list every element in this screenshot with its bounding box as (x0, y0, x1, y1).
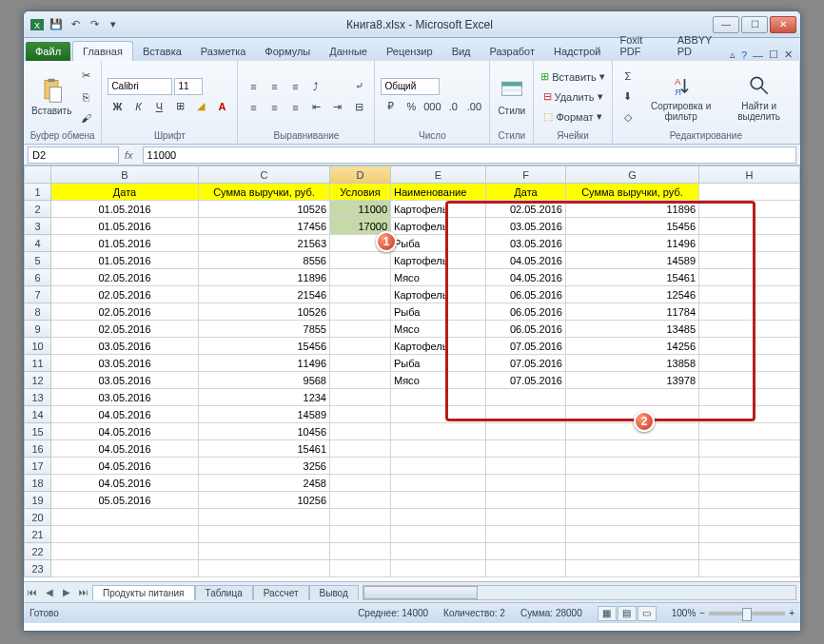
cell-F8[interactable]: 06.05.2016 (486, 303, 566, 321)
cell-C11[interactable]: 11496 (199, 355, 330, 372)
zoom-in-icon[interactable]: + (789, 608, 795, 618)
cell-E13[interactable] (391, 389, 486, 406)
cell-F9[interactable]: 06.05.2016 (486, 321, 566, 338)
tab-review[interactable]: Рецензир (377, 42, 442, 61)
cell-C16[interactable]: 15461 (199, 440, 330, 458)
cell-E12[interactable]: Мясо (391, 372, 486, 389)
cell-C1[interactable]: Сумма выручки, руб. (199, 184, 330, 201)
cell-E1[interactable]: Наименование (391, 184, 486, 201)
cell-F7[interactable]: 06.05.2016 (486, 286, 566, 303)
cell-E10[interactable]: Картофель (391, 338, 486, 355)
copy-icon[interactable]: ⎘ (76, 88, 95, 107)
cell-F18[interactable] (486, 475, 566, 492)
delete-cells-button[interactable]: ⊟Удалить▾ (540, 88, 606, 107)
sheet-area[interactable]: B C D E F G H 1 Дата Сумма выручки, руб.… (24, 166, 800, 581)
cell-C13[interactable]: 1234 (199, 389, 330, 406)
cell-G4[interactable]: 11496 (566, 235, 699, 252)
window-min-icon[interactable]: — (753, 49, 763, 61)
cell-D5[interactable] (330, 252, 391, 269)
cell-D15[interactable] (330, 423, 391, 440)
tab-nav-next-icon[interactable]: ▶ (58, 584, 75, 601)
cell-C17[interactable]: 3256 (199, 458, 330, 475)
cell-H3[interactable] (699, 218, 800, 235)
cell-B8[interactable]: 02.05.2016 (51, 303, 199, 321)
cell-D4[interactable] (330, 235, 391, 252)
cell-G17[interactable] (566, 458, 699, 475)
cell-E3[interactable]: Картофель (391, 218, 486, 235)
cell-E8[interactable]: Рыба (391, 303, 486, 321)
cell-H2[interactable] (699, 201, 800, 218)
formula-input[interactable]: 11000 (143, 146, 796, 164)
row-11[interactable]: 11 (25, 355, 51, 372)
cell-H7[interactable] (699, 286, 800, 303)
minimize-ribbon-icon[interactable]: ▵ (730, 49, 736, 61)
row-6[interactable]: 6 (25, 269, 51, 286)
cell-D1[interactable]: Условия (330, 184, 391, 201)
cell-B7[interactable]: 02.05.2016 (51, 286, 199, 303)
merge-icon[interactable]: ⊟ (349, 98, 368, 117)
cell-H16[interactable] (699, 440, 800, 458)
cell-F17[interactable] (486, 458, 566, 475)
cell-C2[interactable]: 10526 (199, 201, 330, 218)
tab-home[interactable]: Главная (72, 41, 133, 61)
col-G[interactable]: G (566, 166, 699, 184)
row-2[interactable]: 2 (25, 201, 51, 218)
italic-button[interactable]: К (128, 97, 147, 116)
cell-B6[interactable]: 02.05.2016 (51, 269, 199, 286)
cell-C9[interactable]: 7855 (199, 321, 330, 338)
cell-B18[interactable]: 04.05.2016 (51, 475, 199, 492)
cell-C12[interactable]: 9568 (199, 372, 330, 389)
border-button[interactable]: ⊞ (170, 97, 189, 116)
row-7[interactable]: 7 (25, 286, 51, 303)
cell-E2[interactable]: Картофель (391, 201, 486, 218)
row-18[interactable]: 18 (25, 475, 51, 492)
align-right-icon[interactable]: ≡ (285, 98, 304, 117)
cell-G16[interactable] (566, 440, 699, 458)
cell-H15[interactable] (699, 423, 800, 440)
font-name-select[interactable]: Calibri (108, 78, 172, 95)
orientation-icon[interactable]: ⤴ (306, 77, 325, 96)
tab-nav-last-icon[interactable]: ⏭ (75, 584, 92, 601)
styles-button[interactable]: Стили (496, 75, 527, 118)
col-C[interactable]: C (199, 166, 330, 184)
col-F[interactable]: F (486, 166, 566, 184)
cell-H9[interactable] (699, 321, 800, 338)
cell-G7[interactable]: 12546 (566, 286, 699, 303)
cell-C5[interactable]: 8556 (199, 252, 330, 269)
comma-icon[interactable]: 000 (422, 97, 441, 116)
tab-dev[interactable]: Разработ (481, 42, 544, 61)
cell-F19[interactable] (486, 492, 566, 509)
cell-C18[interactable]: 2458 (199, 475, 330, 492)
row-10[interactable]: 10 (25, 338, 51, 355)
cell-B12[interactable]: 03.05.2016 (51, 372, 199, 389)
cell-B17[interactable]: 04.05.2016 (51, 458, 199, 475)
row-5[interactable]: 5 (25, 252, 51, 269)
cell-G15[interactable] (566, 423, 699, 440)
cell-H6[interactable] (699, 269, 800, 286)
cell-F16[interactable] (486, 440, 566, 458)
cell-C8[interactable]: 10526 (199, 303, 330, 321)
cell-B4[interactable]: 01.05.2016 (51, 235, 199, 252)
cell-F5[interactable]: 04.05.2016 (486, 252, 566, 269)
page-layout-view-icon[interactable]: ▤ (618, 606, 637, 621)
cell-E18[interactable] (391, 475, 486, 492)
cell-E5[interactable]: Картофель (391, 252, 486, 269)
wrap-text-icon[interactable]: ⤶ (349, 77, 368, 96)
window-close-icon[interactable]: ✕ (784, 49, 793, 61)
fill-color-button[interactable]: ◢ (191, 97, 210, 116)
sheet-tab-1[interactable]: Продукты питания (92, 585, 195, 600)
cell-F6[interactable]: 04.05.2016 (486, 269, 566, 286)
cell-C3[interactable]: 17456 (199, 218, 330, 235)
dec-decimal-icon[interactable]: .00 (464, 97, 483, 116)
qat-dropdown-icon[interactable]: ▾ (106, 17, 121, 32)
window-restore-icon[interactable]: ☐ (769, 49, 778, 61)
cell-E6[interactable]: Мясо (391, 269, 486, 286)
row-21[interactable]: 21 (25, 526, 51, 543)
cell-D6[interactable] (330, 269, 391, 286)
name-box[interactable]: D2 (28, 146, 119, 164)
cell-E9[interactable]: Мясо (391, 321, 486, 338)
cell-B15[interactable]: 04.05.2016 (51, 423, 199, 440)
cell-D7[interactable] (330, 286, 391, 303)
row-14[interactable]: 14 (25, 406, 51, 423)
sort-filter-button[interactable]: АЯ Сортировка и фильтр (640, 70, 722, 124)
